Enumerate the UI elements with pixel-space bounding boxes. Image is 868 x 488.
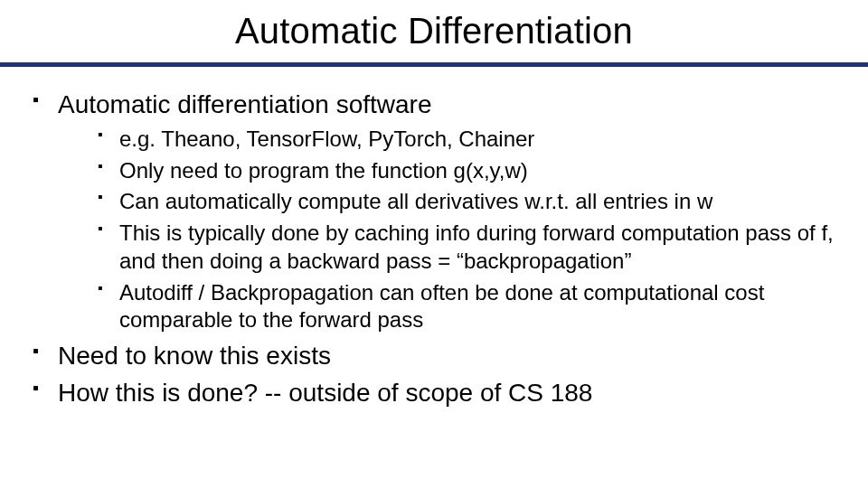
sub-bullet-item: Only need to program the function g(x,y,… — [98, 157, 835, 185]
sub-bullet-item: Autodiff / Backpropagation can often be … — [98, 279, 835, 334]
sub-bullet-text: Only need to program the function g(x,y,… — [119, 158, 528, 183]
sub-bullet-text: e.g. Theano, TensorFlow, PyTorch, Chaine… — [119, 127, 534, 151]
sub-bullet-text: This is typically done by caching info d… — [119, 221, 834, 273]
sub-bullet-text: Autodiff / Backpropagation can often be … — [119, 280, 764, 333]
sub-bullet-item: This is typically done by caching info d… — [98, 220, 835, 275]
bullet-list: Automatic differentiation software e.g. … — [33, 89, 835, 408]
bullet-item: Need to know this exists — [33, 340, 835, 371]
sub-bullet-item: Can automatically compute all derivative… — [98, 188, 835, 216]
slide-body: Automatic differentiation software e.g. … — [0, 67, 868, 408]
bullet-text: How this is done? -- outside of scope of… — [58, 379, 592, 407]
sub-bullet-item: e.g. Theano, TensorFlow, PyTorch, Chaine… — [98, 126, 835, 154]
bullet-text: Automatic differentiation software — [58, 90, 431, 118]
slide: { "title": "Automatic Differentiation", … — [0, 0, 868, 488]
bullet-item: Automatic differentiation software e.g. … — [33, 89, 835, 334]
sub-bullet-list: e.g. Theano, TensorFlow, PyTorch, Chaine… — [58, 126, 835, 334]
bullet-text: Need to know this exists — [58, 342, 331, 370]
slide-title: Automatic Differentiation — [0, 0, 868, 67]
sub-bullet-text: Can automatically compute all derivative… — [119, 189, 712, 213]
bullet-item: How this is done? -- outside of scope of… — [33, 377, 835, 408]
